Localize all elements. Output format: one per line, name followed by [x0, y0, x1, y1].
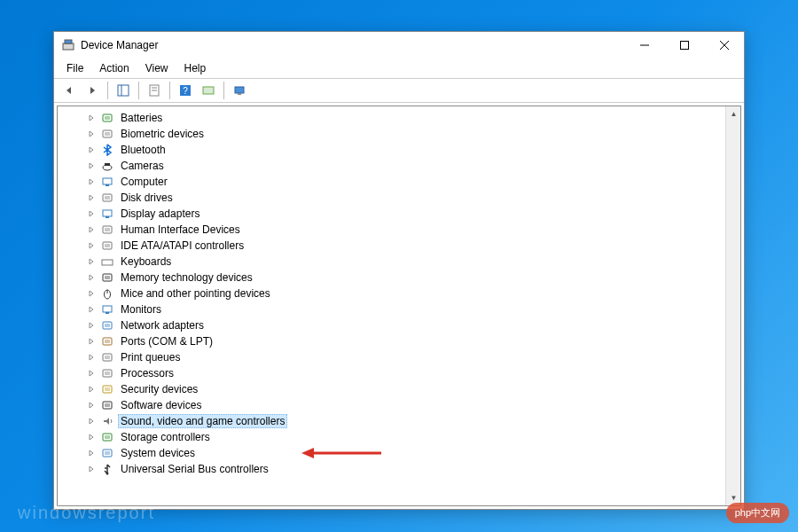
chevron-right-icon[interactable]: [86, 432, 97, 442]
ide-icon: [100, 239, 114, 253]
tree-item[interactable]: Mice and other pointing devices: [58, 286, 725, 301]
tree-item[interactable]: System devices: [58, 445, 725, 461]
svg-text:?: ?: [183, 86, 188, 96]
tree-item[interactable]: Batteries: [58, 110, 725, 126]
tree-item-label: Computer: [118, 175, 170, 189]
svg-rect-46: [105, 356, 110, 359]
chevron-right-icon[interactable]: [86, 145, 97, 155]
minimize-button[interactable]: [624, 32, 664, 59]
svg-rect-40: [106, 312, 109, 314]
svg-rect-19: [105, 132, 110, 136]
svg-rect-17: [105, 116, 110, 120]
tree-item[interactable]: Cameras: [58, 158, 725, 174]
chevron-right-icon[interactable]: [86, 224, 97, 235]
chevron-right-icon[interactable]: [86, 272, 97, 283]
close-button[interactable]: [704, 32, 744, 59]
svg-rect-42: [105, 324, 110, 327]
properties-button[interactable]: [145, 81, 164, 100]
svg-rect-21: [105, 163, 110, 166]
svg-rect-15: [238, 93, 241, 95]
menu-view[interactable]: View: [138, 60, 176, 76]
chevron-right-icon[interactable]: [86, 129, 97, 139]
chevron-right-icon[interactable]: [86, 320, 97, 331]
toolbar: ?: [54, 78, 744, 103]
help-button[interactable]: ?: [176, 81, 195, 100]
chevron-right-icon[interactable]: [86, 304, 97, 315]
back-button[interactable]: [59, 81, 79, 100]
menu-help[interactable]: Help: [177, 60, 214, 76]
computer-icon: [100, 175, 114, 189]
devices-button[interactable]: [230, 81, 249, 100]
cpu-icon: [100, 366, 114, 380]
tree-item[interactable]: Print queues: [58, 349, 725, 365]
tree-item[interactable]: Ports (COM & LPT): [58, 333, 725, 349]
tree-item[interactable]: Processors: [58, 365, 725, 381]
chevron-right-icon[interactable]: [86, 288, 97, 299]
chevron-right-icon[interactable]: [86, 208, 97, 219]
tree-item[interactable]: Monitors: [58, 301, 725, 317]
tree-item[interactable]: Software devices: [58, 397, 725, 413]
chevron-right-icon[interactable]: [86, 416, 97, 426]
vertical-scrollbar[interactable]: ▲ ▼: [725, 106, 740, 505]
menu-file[interactable]: File: [59, 60, 90, 76]
svg-rect-54: [105, 435, 110, 439]
chevron-right-icon[interactable]: [86, 256, 97, 267]
chevron-right-icon[interactable]: [86, 352, 97, 363]
chevron-right-icon[interactable]: [86, 384, 97, 395]
tree-item[interactable]: Bluetooth: [58, 142, 725, 158]
tree-item[interactable]: Network adapters: [58, 317, 725, 333]
chevron-right-icon[interactable]: [86, 400, 97, 411]
tree-item-label: Keyboards: [118, 254, 174, 269]
hid-icon: [100, 223, 114, 237]
show-hide-console-button[interactable]: [113, 81, 133, 100]
tree-item-label: Monitors: [118, 302, 164, 317]
titlebar[interactable]: Device Manager: [54, 32, 744, 59]
tree-item[interactable]: Sound, video and game controllers: [58, 413, 725, 429]
tree-item-label: Security devices: [118, 382, 200, 396]
svg-rect-3: [680, 42, 688, 50]
chevron-right-icon[interactable]: [86, 448, 97, 458]
chevron-right-icon[interactable]: [86, 336, 97, 347]
svg-rect-39: [103, 306, 112, 312]
tree-item[interactable]: IDE ATA/ATAPI controllers: [58, 238, 725, 254]
watermark: windowsreport: [18, 503, 155, 523]
printer-icon: [100, 350, 114, 364]
chevron-right-icon[interactable]: [86, 192, 97, 203]
maximize-button[interactable]: [664, 32, 704, 59]
tree-item[interactable]: Computer: [58, 174, 725, 190]
chevron-right-icon[interactable]: [86, 368, 97, 379]
chevron-right-icon[interactable]: [86, 240, 97, 251]
tree-item[interactable]: Human Interface Devices: [58, 222, 725, 238]
tree-item-label: Software devices: [118, 398, 204, 412]
battery-icon: [100, 111, 114, 125]
tree-item[interactable]: Display adapters: [58, 206, 725, 222]
chevron-right-icon[interactable]: [86, 160, 97, 171]
tree-item-label: Sound, video and game controllers: [118, 414, 287, 428]
tree-item[interactable]: Keyboards: [58, 254, 725, 270]
bluetooth-icon: [100, 143, 114, 157]
chevron-right-icon[interactable]: [86, 464, 97, 474]
tree-item-label: Storage controllers: [118, 430, 213, 444]
tree-item[interactable]: Security devices: [58, 381, 725, 397]
usb-icon: [100, 462, 114, 476]
tree-item[interactable]: Disk drives: [58, 190, 725, 206]
scroll-up-button[interactable]: ▲: [726, 106, 741, 121]
tree-item-label: Memory technology devices: [118, 270, 255, 285]
tree-item[interactable]: Biometric devices: [58, 126, 725, 142]
device-tree[interactable]: BatteriesBiometric devicesBluetoothCamer…: [58, 106, 725, 505]
ports-icon: [100, 334, 114, 348]
window-title: Device Manager: [81, 39, 158, 51]
tree-item[interactable]: Storage controllers: [58, 429, 725, 445]
forward-button[interactable]: [82, 81, 102, 100]
scan-hardware-button[interactable]: [199, 81, 218, 100]
tree-item[interactable]: Universal Serial Bus controllers: [58, 461, 725, 477]
tree-item-label: Biometric devices: [118, 127, 207, 141]
display-icon: [100, 207, 114, 221]
tree-item-label: Universal Serial Bus controllers: [118, 462, 271, 476]
svg-rect-1: [65, 40, 72, 43]
chevron-right-icon[interactable]: [86, 113, 97, 123]
chevron-right-icon[interactable]: [86, 176, 97, 187]
tree-item[interactable]: Memory technology devices: [58, 270, 725, 286]
biometric-icon: [100, 127, 114, 141]
menu-action[interactable]: Action: [92, 60, 136, 76]
